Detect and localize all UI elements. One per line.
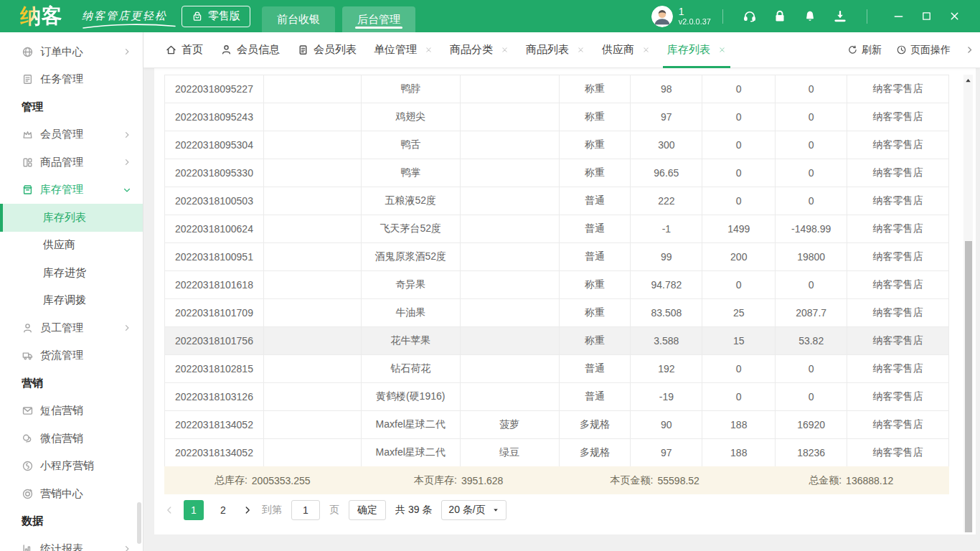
tab-close-icon[interactable] (642, 46, 650, 54)
table-cell: 20220318095227 (165, 75, 264, 103)
table-cell: 18236 (776, 439, 847, 466)
edition-button[interactable]: 零售版 (182, 6, 250, 27)
table-cell: 96.65 (631, 159, 702, 187)
goto-page-input[interactable] (291, 500, 320, 520)
summary-value: 3951.628 (461, 475, 503, 486)
page-ops-button[interactable]: 页面操作 (896, 44, 951, 57)
sidebar-item[interactable]: 商品管理 (0, 149, 143, 176)
chevron-right-icon[interactable] (965, 45, 974, 55)
sidebar-item[interactable]: 任务管理 (0, 66, 143, 94)
table-row[interactable]: 20220318134052Maxfel星球二代菠萝多规格9018816920纳… (165, 411, 949, 439)
next-page-button[interactable] (242, 505, 253, 515)
confirm-button[interactable]: 确定 (349, 500, 386, 520)
avatar[interactable] (651, 6, 673, 27)
total-count-label: 共 39 条 (395, 504, 432, 517)
table-row[interactable]: 20220318100951酒鬼原浆酒52度普通9920019800纳客零售店 (165, 243, 949, 271)
table-row[interactable]: 20220318100624飞天茅台52度普通-11499-1498.99纳客零… (165, 215, 949, 243)
bell-icon[interactable] (803, 9, 817, 24)
table-cell (461, 103, 560, 131)
table-cell (264, 299, 362, 326)
page-tabbar: 首页会员信息会员列表单位管理商品分类商品列表供应商库存列表 刷新 页面操作 (143, 32, 980, 68)
table-row[interactable]: 20220318101709牛油果称重83.508252087.7纳客零售店 (165, 299, 949, 327)
tab-item[interactable]: 单位管理 (374, 32, 433, 68)
sidebar-item[interactable]: 会员管理 (0, 121, 143, 149)
table-cell: 188 (702, 411, 776, 438)
tab-close-icon[interactable] (577, 46, 585, 54)
sidebar-subitem[interactable]: 库存列表 (0, 204, 143, 232)
table-cell: 192 (631, 355, 702, 382)
table-cell: 20220318102815 (165, 355, 264, 382)
table-cell: 0 (776, 75, 847, 103)
customer-service-icon[interactable] (743, 9, 757, 24)
tab-close-icon[interactable] (501, 46, 509, 54)
table-row[interactable]: 20220318095330鸭掌称重96.6500纳客零售店 (165, 159, 949, 187)
tab-item[interactable]: 商品列表 (526, 32, 585, 68)
minimize-icon[interactable] (893, 11, 904, 22)
summary-value: 136888.12 (846, 475, 893, 486)
prev-page-button[interactable] (164, 505, 174, 515)
table-row[interactable]: 20220318095304鸭舌称重30000纳客零售店 (165, 131, 949, 159)
sidebar-subitem[interactable]: 库存调拨 (0, 287, 143, 315)
sidebar-subitem-label: 供应商 (43, 238, 75, 252)
sidebar-item[interactable]: 小程序营销 (0, 453, 143, 481)
sidebar-item[interactable]: 统计报表 (0, 535, 143, 551)
table-cell: 20220318100951 (165, 243, 264, 270)
tab-item[interactable]: 供应商 (602, 32, 650, 68)
table-cell: 纳客零售店 (847, 243, 949, 270)
table-row[interactable]: 20220318134052Maxfel星球二代绿豆多规格9718818236纳… (165, 439, 949, 467)
tab-item[interactable]: 商品分类 (450, 32, 509, 68)
refresh-button[interactable]: 刷新 (847, 44, 882, 57)
table-cell (264, 215, 362, 242)
sidebar-subitem[interactable]: 供应商 (0, 232, 143, 260)
table-row[interactable]: 20220318103126黄鹤楼(硬1916)普通-1900纳客零售店 (165, 383, 949, 411)
table-row[interactable]: 20220318095243鸡翅尖称重9700纳客零售店 (165, 103, 949, 131)
tab-close-icon[interactable] (425, 46, 433, 54)
nav-button[interactable]: 后台管理 (342, 6, 415, 32)
table-row[interactable]: 20220318101618奇异果称重94.78200纳客零售店 (165, 271, 949, 299)
tab-item[interactable]: 会员信息 (220, 32, 280, 68)
sidebar-item[interactable]: 员工管理 (0, 314, 143, 342)
table-cell: 97 (631, 439, 702, 466)
table-row[interactable]: 20220318102815钻石荷花普通19200纳客零售店 (165, 355, 949, 383)
tab-label: 供应商 (602, 43, 634, 57)
sidebar-subitem[interactable]: 库存进货 (0, 259, 143, 287)
tab-close-icon[interactable] (718, 46, 726, 54)
nav-button-label: 后台管理 (357, 13, 400, 27)
sidebar-item[interactable]: 订单中心 (0, 38, 143, 66)
page-unit-label: 页 (329, 504, 339, 517)
page-numbers: 12 (184, 500, 233, 520)
download-icon[interactable] (833, 9, 847, 24)
table-cell (264, 411, 362, 438)
close-window-icon[interactable] (949, 11, 960, 22)
table-cell: 纳客零售店 (847, 383, 949, 410)
sidebar-item[interactable]: 微信营销 (0, 425, 143, 453)
lock-icon[interactable] (773, 9, 787, 24)
table-scrollbar[interactable] (963, 75, 973, 532)
table-row[interactable]: 20220318095227鸭脖称重9800纳客零售店 (165, 75, 949, 103)
table-cell (461, 159, 560, 187)
nav-button[interactable]: 前台收银 (262, 6, 335, 32)
sidebar-item[interactable]: 货流管理 (0, 342, 143, 370)
page-number-button[interactable]: 1 (184, 500, 204, 520)
page-number-button[interactable]: 2 (213, 500, 233, 520)
table-row[interactable]: 20220318100503五粮液52度普通22200纳客零售店 (165, 187, 949, 215)
sidebar-item[interactable]: 营销中心 (0, 480, 143, 508)
tab-item[interactable]: 库存列表 (667, 32, 726, 68)
sidebar-item[interactable]: 库存管理 (0, 176, 143, 204)
table-cell: -1 (631, 215, 702, 242)
scroll-up-icon[interactable] (963, 76, 973, 85)
table-row[interactable]: 20220318101756花牛苹果称重3.5881553.82纳客零售店 (165, 327, 949, 355)
scrollbar-thumb[interactable] (965, 241, 972, 532)
sidebar-item[interactable]: 短信营销 (0, 397, 143, 425)
maximize-icon[interactable] (921, 11, 932, 22)
table-cell: 多规格 (560, 411, 631, 438)
tab-item[interactable]: 首页 (165, 32, 203, 68)
sidebar-section-label: 数据 (0, 508, 143, 536)
per-page-select[interactable]: 20 条/页 (441, 500, 506, 520)
tab-item[interactable]: 会员列表 (297, 32, 357, 68)
table-cell (264, 131, 362, 159)
table-cell: 黄鹤楼(硬1916) (362, 383, 461, 410)
table-cell: 称重 (560, 299, 631, 326)
table-cell: 飞天茅台52度 (362, 215, 461, 242)
sidebar-scrollbar[interactable] (137, 502, 141, 544)
